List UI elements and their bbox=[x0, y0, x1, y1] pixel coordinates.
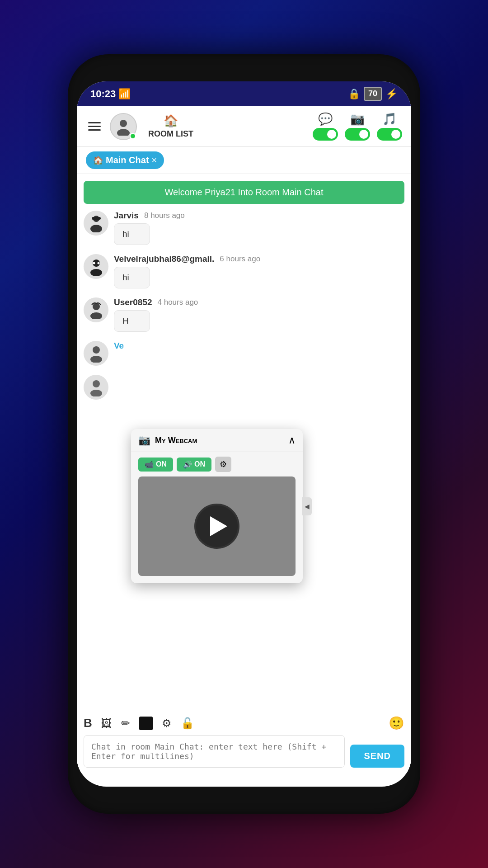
webcam-title: My Webcam bbox=[155, 436, 197, 445]
play-triangle-icon bbox=[210, 516, 227, 536]
svg-point-8 bbox=[90, 269, 102, 276]
status-bar: 10:23 📶 🔒 70 ⚡ bbox=[77, 81, 411, 106]
lock-button[interactable]: 🔓 bbox=[181, 717, 194, 730]
svg-point-13 bbox=[93, 380, 100, 387]
webcam-toggle-group: 📷 bbox=[345, 112, 370, 141]
chat-icon: 💬 bbox=[318, 112, 333, 126]
chat-toggle-group: 💬 bbox=[313, 112, 338, 141]
emoji-button[interactable]: 🙂 bbox=[389, 716, 404, 731]
toolbar: B 🖼 ✏ ⚙ 🔓 🙂 bbox=[84, 716, 404, 731]
chat-input-area: B 🖼 ✏ ⚙ 🔓 🙂 SEND bbox=[77, 710, 411, 773]
message-row: Ve bbox=[84, 341, 404, 366]
image-button[interactable]: 🖼 bbox=[101, 717, 112, 730]
webcam-header: 📷 My Webcam ∧ bbox=[131, 429, 303, 452]
message-content: Velvelrajubhai86@gmail. 6 hours ago hi bbox=[114, 254, 404, 288]
webcam-popup: 📷 My Webcam ∧ 📹 ON 🔊 ON bbox=[131, 429, 303, 583]
music-toggle[interactable] bbox=[377, 128, 402, 141]
svg-point-4 bbox=[90, 225, 102, 232]
message-row bbox=[84, 375, 404, 400]
message-bubble: hi bbox=[114, 223, 150, 245]
message-row: Jarvis 8 hours ago hi bbox=[84, 211, 404, 245]
svg-point-7 bbox=[97, 262, 99, 264]
room-tab-bar: 🏠 Main Chat × bbox=[77, 147, 411, 174]
user-avatar-container[interactable] bbox=[110, 113, 137, 140]
video-icon: 📹 bbox=[145, 460, 154, 469]
webcam-settings-button[interactable]: ⚙ bbox=[215, 457, 231, 472]
webcam-collapse-button[interactable]: ∧ bbox=[288, 434, 296, 446]
play-button[interactable] bbox=[194, 504, 239, 549]
webcam-title-area: 📷 My Webcam bbox=[138, 434, 197, 446]
message-avatar bbox=[84, 341, 108, 366]
message-content: User0852 4 hours ago H bbox=[114, 297, 404, 332]
send-button[interactable]: SEND bbox=[350, 745, 404, 768]
online-indicator bbox=[130, 133, 136, 139]
svg-point-10 bbox=[90, 312, 102, 319]
svg-point-0 bbox=[120, 120, 127, 127]
message-content: Jarvis 8 hours ago hi bbox=[114, 211, 404, 245]
webcam-video-area[interactable] bbox=[138, 476, 296, 576]
side-collapse-button[interactable]: ◀ bbox=[302, 497, 312, 515]
message-avatar bbox=[84, 375, 108, 400]
message-avatar bbox=[84, 211, 108, 236]
main-chat-tab[interactable]: 🏠 Main Chat × bbox=[86, 151, 164, 169]
avatar-icon bbox=[114, 118, 132, 136]
jarvis-avatar-icon bbox=[87, 214, 105, 232]
message-avatar bbox=[84, 297, 108, 322]
hamburger-menu[interactable] bbox=[86, 120, 103, 133]
top-nav: 🏠 ROOM LIST 💬 📷 🎵 bbox=[77, 106, 411, 147]
music-toggle-group: 🎵 bbox=[377, 112, 402, 141]
chat-input[interactable] bbox=[84, 735, 345, 768]
message-header: Velvelrajubhai86@gmail. 6 hours ago bbox=[114, 254, 404, 264]
user5-avatar-icon bbox=[87, 378, 105, 396]
video-on-label: ON bbox=[156, 460, 167, 468]
message-username: Ve bbox=[114, 341, 124, 351]
svg-point-9 bbox=[93, 303, 100, 310]
svg-point-11 bbox=[93, 346, 100, 354]
message-time: 6 hours ago bbox=[220, 255, 260, 264]
hamburger-line bbox=[88, 126, 101, 127]
settings-button[interactable]: ⚙ bbox=[162, 717, 172, 730]
signal-icon: 📶 bbox=[118, 88, 131, 100]
status-right: 🔒 70 ⚡ bbox=[348, 87, 398, 101]
color-picker[interactable] bbox=[139, 717, 153, 730]
audio-on-button[interactable]: 🔊 ON bbox=[177, 458, 211, 472]
message-header: Ve bbox=[114, 341, 404, 351]
message-username: User0852 bbox=[114, 297, 152, 307]
webcam-nav-icon: 📷 bbox=[350, 112, 365, 126]
bold-button[interactable]: B bbox=[84, 716, 92, 730]
svg-point-6 bbox=[93, 262, 95, 264]
video-on-button[interactable]: 📹 ON bbox=[138, 458, 173, 472]
user3-avatar-icon bbox=[87, 301, 105, 319]
message-bubble: H bbox=[114, 310, 150, 332]
webcam-controls: 📹 ON 🔊 ON ⚙ bbox=[131, 452, 303, 476]
chat-toggle[interactable] bbox=[313, 128, 338, 141]
phone-screen: 10:23 📶 🔒 70 ⚡ bbox=[77, 81, 411, 787]
message-header: Jarvis 8 hours ago bbox=[114, 211, 404, 221]
webcam-toggle[interactable] bbox=[345, 128, 370, 141]
chat-area: Welcome Priya21 Into Room Main Chat Jarv… bbox=[77, 174, 411, 710]
tab-label: Main Chat bbox=[106, 155, 149, 165]
user2-avatar-icon bbox=[87, 258, 105, 276]
phone-frame: 10:23 📶 🔒 70 ⚡ bbox=[68, 54, 420, 814]
svg-point-1 bbox=[117, 129, 130, 136]
audio-on-label: ON bbox=[194, 460, 205, 468]
tab-close-button[interactable]: × bbox=[152, 155, 157, 165]
message-time: 4 hours ago bbox=[158, 298, 198, 307]
battery-display: 70 bbox=[364, 87, 382, 101]
webcam-popup-icon: 📷 bbox=[138, 434, 150, 446]
room-list-label: ROOM LIST bbox=[148, 129, 193, 139]
hamburger-line bbox=[88, 122, 101, 123]
music-icon: 🎵 bbox=[382, 112, 397, 126]
message-bubble: hi bbox=[114, 267, 150, 288]
room-list-button[interactable]: 🏠 ROOM LIST bbox=[144, 112, 198, 141]
app-content: 🏠 ROOM LIST 💬 📷 🎵 bbox=[77, 106, 411, 773]
charging-icon: ⚡ bbox=[385, 88, 398, 100]
eraser-button[interactable]: ✏ bbox=[121, 717, 130, 730]
message-username: Velvelrajubhai86@gmail. bbox=[114, 254, 214, 264]
message-content: Ve bbox=[114, 341, 404, 354]
svg-point-12 bbox=[90, 356, 102, 363]
audio-icon: 🔊 bbox=[183, 460, 192, 469]
message-row: Velvelrajubhai86@gmail. 6 hours ago hi bbox=[84, 254, 404, 288]
tab-home-icon: 🏠 bbox=[93, 156, 103, 165]
welcome-banner: Welcome Priya21 Into Room Main Chat bbox=[84, 181, 404, 204]
